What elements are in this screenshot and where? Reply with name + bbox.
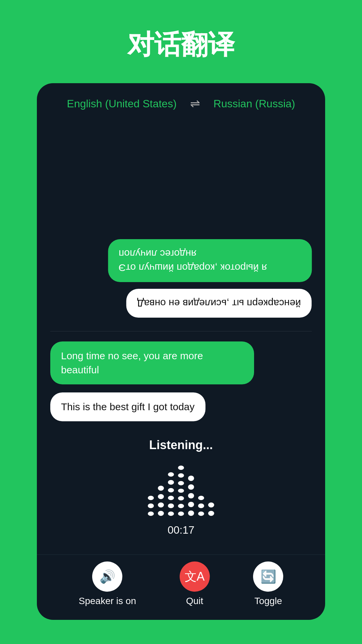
quit-icon-circle: 文A	[180, 561, 210, 592]
toggle-icon-circle: 🔄	[253, 561, 283, 592]
waveform-col-3	[168, 472, 174, 516]
toggle-button[interactable]: 🔄 Toggle	[253, 561, 283, 606]
waveform-col-4	[178, 466, 184, 516]
waveform-col-7	[208, 502, 214, 516]
waveform-col-6	[198, 496, 204, 516]
speaker-label: Speaker is on	[79, 596, 136, 606]
source-language[interactable]: English (United States)	[67, 98, 177, 110]
waveform-col-2	[158, 486, 164, 516]
speaker-icon: 🔊	[100, 569, 115, 584]
main-card: English (United States) ⇌ Russian (Russi…	[37, 83, 325, 620]
translate-icon: 文A	[185, 569, 205, 585]
message-russian-2: Давно не виделись, ты прекрасней	[126, 289, 312, 318]
message-russian-1: Это лучший подарок, который я получил се…	[108, 239, 312, 282]
speaker-icon-circle: 🔊	[92, 561, 122, 592]
waveform-col-5	[188, 476, 194, 516]
waveform-col-1	[148, 496, 154, 516]
upper-chat: Это лучший подарок, который я получил се…	[50, 127, 312, 331]
chat-area: Это лучший подарок, который я получил се…	[37, 121, 325, 554]
toggle-icon: 🔄	[260, 569, 276, 584]
quit-label: Quit	[186, 596, 203, 606]
toggle-label: Toggle	[254, 596, 282, 606]
lower-chat: Long time no see, you are more beautiful…	[50, 331, 312, 428]
swap-icon[interactable]: ⇌	[190, 97, 200, 111]
listening-section: Listening...	[50, 428, 312, 548]
language-bar: English (United States) ⇌ Russian (Russi…	[37, 83, 325, 121]
message-english-2: This is the best gift I got today	[50, 392, 205, 421]
timer: 00:17	[168, 524, 194, 536]
message-english-1: Long time no see, you are more beautiful	[50, 341, 254, 384]
app-title: 对话翻译	[127, 27, 235, 63]
target-language[interactable]: Russian (Russia)	[214, 98, 295, 110]
listening-status: Listening...	[149, 438, 213, 452]
speaker-button[interactable]: 🔊 Speaker is on	[79, 561, 136, 606]
quit-button[interactable]: 文A Quit	[180, 561, 210, 606]
waveform	[148, 462, 214, 516]
bottom-bar: 🔊 Speaker is on 文A Quit 🔄 Toggle	[37, 554, 325, 620]
